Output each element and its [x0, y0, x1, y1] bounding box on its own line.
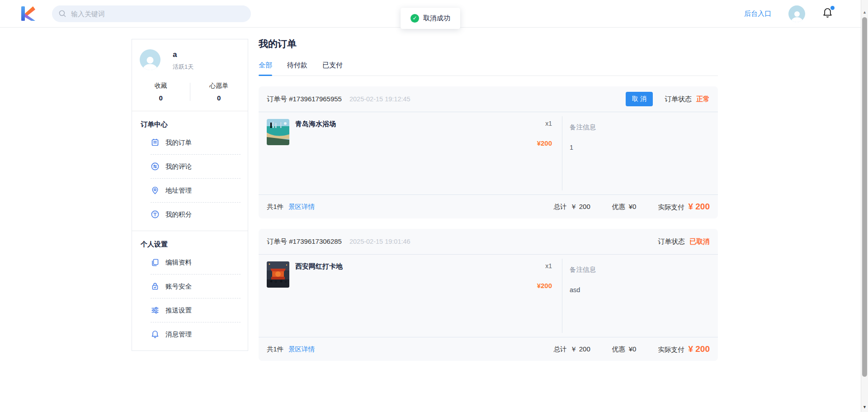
product-thumbnail-qingdao[interactable] — [267, 119, 289, 145]
admin-entry-link[interactable]: 后台入口 — [744, 9, 771, 18]
tab-pending-payment[interactable]: 待付款 — [287, 61, 307, 76]
product-quantity: x1 — [530, 119, 552, 127]
stat-favorites[interactable]: 收藏 0 — [132, 82, 190, 102]
person-icon — [790, 10, 804, 22]
copy-documents-icon — [151, 258, 160, 267]
sidebar-item-push-settings[interactable]: 推送设置 — [151, 298, 241, 322]
sidebar-item-my-orders[interactable]: 我的订单 — [151, 131, 241, 154]
sidebar-item-account-security[interactable]: 账号安全 — [151, 274, 241, 298]
product-price: ¥200 — [530, 282, 552, 289]
product-thumbnail-xian[interactable] — [267, 261, 289, 288]
paid-value: ¥ 200 — [688, 202, 710, 212]
stat-value: 0 — [132, 94, 190, 102]
comments-swap-icon — [151, 162, 160, 171]
tab-all[interactable]: 全部 — [259, 61, 272, 76]
scenic-detail-link[interactable]: 景区详情 — [288, 345, 315, 354]
profile-stats: 收藏 0 心愿单 0 — [132, 71, 248, 111]
app-logo-icon[interactable] — [19, 5, 36, 22]
sidebar-item-label: 我的积分 — [165, 210, 192, 219]
order-header: 订单号 #1739617306285 2025-02-15 19:01:46 订… — [259, 229, 718, 255]
item-count: 共1件 — [267, 345, 283, 354]
sidebar-item-label: 我的订单 — [165, 138, 192, 147]
profile-avatar[interactable] — [140, 49, 160, 70]
section-title: 订单中心 — [141, 120, 241, 129]
notifications-button[interactable] — [822, 7, 833, 20]
total-value: ￥ 200 — [571, 203, 590, 211]
total-label: 总计 — [554, 203, 567, 211]
product-name[interactable]: 青岛海水浴场 — [295, 119, 530, 188]
order-status-value: 正常 — [696, 95, 710, 104]
order-body: 西安网红打卡地 x1 ¥200 备注信息 asd — [259, 255, 718, 337]
top-bar: 后台入口 ✓ 取消成功 — [0, 0, 868, 28]
cancel-order-button[interactable]: 取 消 — [626, 92, 653, 106]
discount-label: 优惠 — [612, 203, 625, 211]
stat-label: 心愿单 — [190, 82, 248, 90]
profile-summary: a 活跃1天 — [132, 39, 248, 71]
discount-label: 优惠 — [612, 345, 625, 354]
product-name[interactable]: 西安网红打卡地 — [295, 261, 530, 330]
sidebar-item-my-points[interactable]: 我的积分 — [151, 202, 241, 226]
product-price: ¥200 — [530, 139, 552, 147]
scrollbar-thumb[interactable] — [862, 17, 867, 377]
scenic-detail-link[interactable]: 景区详情 — [288, 203, 315, 211]
section-order-center: 订单中心 我的订单 我的评论 地址管理 — [132, 111, 248, 231]
sidebar-item-label: 消息管理 — [165, 330, 192, 339]
sidebar-item-edit-profile[interactable]: 编辑资料 — [151, 251, 241, 274]
section-title: 个人设置 — [141, 240, 241, 249]
sidebar-item-label: 地址管理 — [165, 186, 192, 195]
product-quantity: x1 — [530, 261, 552, 270]
total-label: 总计 — [554, 345, 567, 354]
search-bar — [52, 5, 251, 22]
order-status-label: 订单状态 — [665, 95, 692, 104]
paid-label: 实际支付 — [658, 203, 684, 212]
sidebar-item-label: 账号安全 — [165, 282, 192, 291]
order-status-value: 已取消 — [689, 237, 710, 246]
search-icon — [58, 9, 66, 18]
points-icon — [151, 210, 160, 219]
order-footer: 共1件 景区详情 总计 ￥ 200 优惠 ¥0 实际支付 ¥ 200 — [259, 337, 718, 361]
stat-value: 0 — [190, 94, 248, 102]
order-header: 订单号 #1739617965955 2025-02-15 19:12:45 取… — [259, 86, 718, 112]
user-avatar[interactable] — [788, 5, 805, 22]
paid-value: ¥ 200 — [688, 344, 710, 354]
order-tabs: 全部 待付款 已支付 — [259, 61, 718, 76]
active-days: 活跃1天 — [173, 63, 193, 71]
sidebar: a 活跃1天 收藏 0 心愿单 0 订单中心 我的订单 — [132, 39, 248, 351]
main-content: 我的订单 全部 待付款 已支付 订单号 #1739617965955 2025-… — [259, 38, 718, 361]
total-value: ￥ 200 — [571, 345, 590, 354]
vertical-scrollbar[interactable]: ▲ ▼ — [861, 0, 868, 412]
beach-photo — [267, 119, 289, 145]
order-datetime: 2025-02-15 19:01:46 — [349, 238, 410, 245]
sidebar-item-label: 编辑资料 — [165, 258, 192, 267]
person-icon — [142, 56, 158, 70]
location-pin-icon — [151, 186, 160, 195]
sidebar-item-label: 我的评论 — [165, 162, 192, 171]
sliders-icon — [151, 306, 160, 315]
remark-label: 备注信息 — [570, 123, 711, 132]
paid-label: 实际支付 — [658, 346, 684, 354]
order-number: 订单号 #1739617965955 — [267, 95, 342, 104]
remark-label: 备注信息 — [570, 265, 711, 274]
sidebar-item-address-management[interactable]: 地址管理 — [151, 178, 241, 202]
success-check-icon: ✓ — [410, 14, 419, 23]
security-lock-icon — [151, 282, 160, 291]
toast-cancel-success: ✓ 取消成功 — [401, 8, 460, 29]
order-footer: 共1件 景区详情 总计 ￥ 200 优惠 ¥0 实际支付 ¥ 200 — [259, 194, 718, 218]
order-card: 订单号 #1739617306285 2025-02-15 19:01:46 订… — [259, 229, 718, 361]
order-status-label: 订单状态 — [658, 237, 685, 246]
search-input[interactable] — [71, 10, 245, 18]
scroll-down-arrow-icon[interactable]: ▼ — [863, 405, 867, 409]
bell-icon — [151, 330, 160, 339]
sidebar-item-my-comments[interactable]: 我的评论 — [151, 154, 241, 178]
sidebar-item-label: 推送设置 — [165, 306, 192, 315]
order-datetime: 2025-02-15 19:12:45 — [349, 95, 410, 103]
order-body: 青岛海水浴场 x1 ¥200 备注信息 1 — [259, 112, 718, 194]
sidebar-item-message-management[interactable]: 消息管理 — [151, 322, 241, 346]
discount-value: ¥0 — [629, 345, 637, 353]
tab-paid[interactable]: 已支付 — [322, 61, 343, 76]
toast-message: 取消成功 — [423, 14, 450, 23]
stat-label: 收藏 — [132, 82, 190, 90]
scroll-up-arrow-icon[interactable]: ▲ — [863, 10, 867, 14]
order-list-icon — [151, 138, 160, 147]
stat-wishlist[interactable]: 心愿单 0 — [190, 82, 248, 102]
